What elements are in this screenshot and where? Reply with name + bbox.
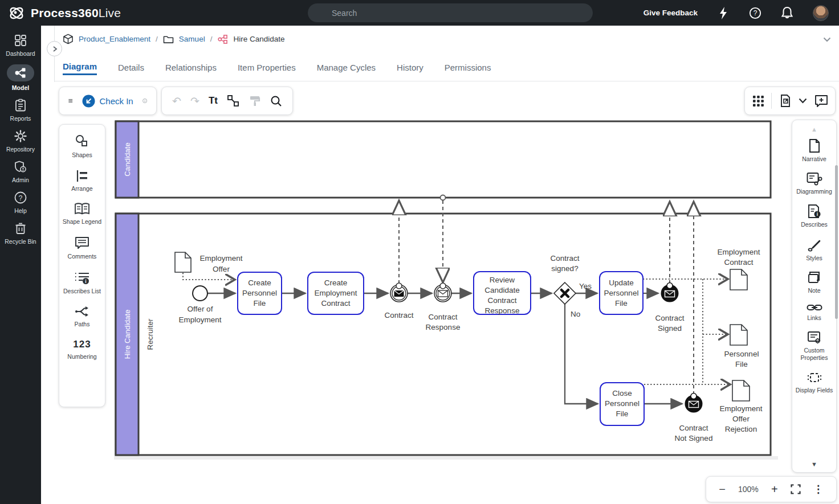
redo-icon[interactable]: ↷ [190, 96, 199, 106]
vertical-scrollbar[interactable] [835, 165, 838, 319]
svg-text:Candidate: Candidate [484, 286, 520, 294]
reports-icon [14, 99, 27, 112]
paths-icon [75, 305, 89, 318]
diagram-toolbar-right [744, 87, 836, 115]
palette-numbering[interactable]: 123 Numbering [60, 339, 104, 361]
svg-text:i: i [816, 212, 817, 218]
panel-custom-properties[interactable]: Custom Properties [793, 331, 836, 362]
export-chevron-icon[interactable] [799, 98, 807, 104]
breadcrumb-repository[interactable]: Product_Enablement [79, 35, 150, 43]
panel-links[interactable]: Links [793, 303, 836, 322]
give-feedback-link[interactable]: Give Feedback [643, 9, 698, 17]
text-style-tool[interactable]: Tt [209, 95, 218, 106]
palette-shape-legend[interactable]: Shape Legend [60, 203, 104, 226]
tab-history[interactable]: History [397, 63, 423, 75]
data-object-employment-contract[interactable] [730, 269, 747, 290]
svg-text:?: ? [754, 9, 757, 17]
tab-details[interactable]: Details [118, 63, 144, 75]
undo-icon[interactable]: ↶ [172, 96, 181, 106]
info-icon[interactable] [142, 95, 147, 107]
sidebar-item-recycle-bin[interactable]: Recycle Bin [0, 222, 41, 245]
more-options-icon[interactable]: ⋮ [813, 483, 824, 495]
breadcrumb: Product_Enablement / Samuel / Hire Candi… [63, 34, 284, 44]
zoom-in-button[interactable]: + [771, 483, 778, 495]
trash-icon [14, 222, 27, 235]
data-object-employment-offer-rejection[interactable] [732, 380, 750, 401]
canvas-strip [114, 456, 778, 460]
panel-styles[interactable]: Styles [793, 237, 836, 263]
tab-diagram[interactable]: Diagram [63, 62, 97, 75]
lane-recruiter-label: Recruiter [146, 318, 154, 350]
svg-text:Not Signed: Not Signed [675, 434, 713, 442]
menu-icon[interactable] [68, 96, 73, 105]
panel-scroll-down-icon[interactable]: ▼ [811, 461, 817, 468]
svg-text:Personnel: Personnel [724, 350, 759, 358]
export-diagram-icon[interactable] [779, 94, 792, 108]
pool-candidate[interactable] [116, 121, 771, 198]
panel-collapse-button[interactable] [47, 41, 62, 56]
pool-hire-candidate-label: Hire Candidate [123, 310, 132, 359]
panel-narrative[interactable]: Narrative [793, 138, 836, 163]
sidebar-item-model[interactable]: Model [0, 64, 41, 91]
check-in-button[interactable]: Check In [82, 95, 133, 108]
palette-shapes[interactable]: Shapes [60, 134, 104, 159]
diagram-toolbar-left: Check In [59, 87, 157, 115]
quick-actions-icon[interactable] [717, 7, 730, 19]
zoom-out-button[interactable]: − [719, 483, 726, 495]
svg-text:Employment: Employment [717, 248, 760, 256]
breadcrumb-expand-icon[interactable] [823, 37, 831, 42]
panel-display-fields[interactable]: Display Fields [793, 371, 836, 395]
main-content: Product_Enablement / Samuel / Hire Candi… [41, 26, 839, 504]
sidebar-item-help[interactable]: ? Help [0, 191, 41, 214]
breadcrumb-folder[interactable]: Samuel [179, 35, 205, 43]
sidebar-item-dashboard[interactable]: Dashboard [0, 34, 41, 57]
app-logo[interactable]: Process360Live [0, 5, 121, 22]
svg-text:Contract: Contract [384, 311, 413, 319]
palette-paths[interactable]: Paths [60, 305, 104, 329]
add-comment-icon[interactable] [814, 95, 828, 107]
start-event-offer-of-employment[interactable] [193, 286, 207, 301]
fullscreen-icon[interactable] [791, 484, 801, 494]
format-painter-icon[interactable] [249, 95, 261, 107]
help-icon[interactable]: ? [749, 7, 761, 19]
tab-manage-cycles[interactable]: Manage Cycles [317, 63, 376, 75]
note-icon [807, 271, 822, 285]
svg-text:Offer of: Offer of [188, 305, 213, 313]
help-circle-icon: ? [14, 191, 27, 204]
panel-describes[interactable]: i Describes [793, 204, 836, 229]
connector-tool-icon[interactable] [227, 95, 239, 107]
panel-diagramming[interactable]: Diagramming [793, 172, 836, 196]
find-shape-icon[interactable] [270, 95, 282, 107]
tab-relationships[interactable]: Relationships [165, 63, 217, 75]
svg-text:Contract: Contract [724, 258, 753, 267]
svg-text:i: i [85, 278, 86, 284]
links-chain-icon [807, 303, 822, 312]
folder-icon [163, 35, 174, 44]
toolbar-divider [771, 93, 772, 109]
sidebar-item-reports[interactable]: Reports [0, 99, 41, 122]
panel-scroll-up-icon[interactable]: ▲ [811, 126, 817, 133]
notifications-icon[interactable] [781, 7, 793, 19]
check-in-icon [82, 95, 95, 108]
palette-arrange[interactable]: Arrange [60, 170, 104, 193]
data-object-personnel-file[interactable] [730, 325, 747, 345]
svg-text:Employment: Employment [314, 289, 357, 297]
palette-describes-list[interactable]: i Describes List [60, 271, 104, 296]
svg-text:signed?: signed? [551, 264, 578, 273]
sidebar-item-admin[interactable]: Admin [0, 160, 41, 183]
sidebar-item-repository[interactable]: Repository [0, 129, 41, 153]
tab-permissions[interactable]: Permissions [445, 63, 491, 75]
palette-comments[interactable]: Comments [60, 236, 104, 261]
user-avatar[interactable] [813, 5, 829, 21]
search-input[interactable] [308, 3, 593, 22]
pool-hire-candidate[interactable] [116, 214, 771, 455]
bpmn-canvas[interactable]: Candidate Hire Candidate Recruiter Emplo… [114, 120, 778, 465]
left-nav: Dashboard Model Reports [0, 26, 41, 504]
tab-item-properties[interactable]: Item Properties [238, 63, 296, 75]
gateway-label-no: No [571, 310, 580, 318]
views-grid-icon[interactable] [752, 95, 764, 107]
panel-note[interactable]: Note [793, 271, 836, 295]
data-object-employment-offer[interactable] [175, 252, 191, 272]
svg-text:Close: Close [612, 389, 632, 398]
repository-gear-icon [14, 129, 27, 143]
